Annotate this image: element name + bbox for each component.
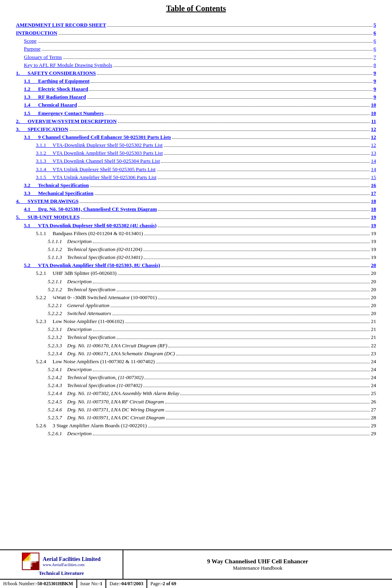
- toc-page[interactable]: 11: [371, 117, 376, 125]
- toc-item[interactable]: 5.2.5.7 Drg. Nō. 11-003971, LNA DC Circu…: [16, 414, 376, 422]
- toc-item[interactable]: 1.5 Emergency Contact Numbers10: [16, 109, 376, 117]
- toc-label[interactable]: 1.2 Electric Shock Hazard: [24, 85, 88, 93]
- toc-page[interactable]: 15: [371, 173, 376, 181]
- toc-page[interactable]: 28: [371, 414, 376, 422]
- toc-item[interactable]: 3.1.3 VTA Downlink Channel Shelf 50-0253…: [16, 157, 376, 165]
- toc-label[interactable]: 1.1 Earthing of Equipment: [24, 77, 90, 85]
- toc-label[interactable]: 3.1.3 VTA Downlink Channel Shelf 50-0253…: [36, 157, 160, 165]
- toc-item[interactable]: 4.1 Drg. Nō. 50-025381, Channelised CE S…: [16, 205, 376, 213]
- toc-label[interactable]: 3.3 Mechanical Specification: [24, 189, 94, 197]
- toc-item[interactable]: 5.2.4.3 Technical Specification (11-0074…: [16, 382, 376, 389]
- toc-page[interactable]: 26: [371, 398, 376, 406]
- toc-label[interactable]: 5.2.4.6 Drg. Nō. 11-007371, LNA DC Wirin…: [48, 406, 164, 414]
- toc-page[interactable]: 9: [374, 69, 376, 77]
- toc-item[interactable]: 1.4 Chemical Hazard10: [16, 101, 376, 109]
- toc-page[interactable]: 10: [371, 101, 376, 109]
- toc-label[interactable]: 4. SYSTEM DRAWINGS: [16, 197, 78, 205]
- toc-label[interactable]: 5.1.1.2 Technical Specification (02-0112…: [48, 245, 142, 253]
- toc-item[interactable]: 5.2.4.2 Technical Specification, (11-007…: [16, 374, 376, 382]
- toc-label[interactable]: 5.1 VTA Downlink Duplexer Shelf 60-02530…: [24, 222, 156, 230]
- toc-item[interactable]: 5.1.1.2 Technical Specification (02-0112…: [16, 245, 376, 253]
- toc-label[interactable]: Key to AFL RF Module Drawing Symbols: [24, 61, 112, 69]
- toc-page[interactable]: 13: [371, 149, 376, 157]
- toc-label[interactable]: 5.2.1 UHF 3dB Splitter (05-002603): [36, 269, 117, 277]
- toc-page[interactable]: 10: [371, 109, 376, 117]
- toc-page[interactable]: 24: [371, 358, 376, 366]
- toc-page[interactable]: 12: [371, 141, 376, 149]
- toc-item[interactable]: 5.1.1.1 Description19: [16, 238, 376, 245]
- toc-item[interactable]: 5.2.3 Low Noise Amplifier (11-006102)21: [16, 317, 376, 325]
- toc-item[interactable]: 5.2.2 ¼Watt 0- -30dB Switched Attenuator…: [16, 294, 376, 302]
- toc-label[interactable]: 4.1 Drg. Nō. 50-025381, Channelised CE S…: [24, 205, 157, 213]
- toc-page[interactable]: 24: [371, 382, 376, 389]
- toc-label[interactable]: 5.1.1 Bandpass Filters (02-011204 & 02-0…: [36, 230, 143, 238]
- toc-page[interactable]: 17: [371, 189, 376, 197]
- toc-label[interactable]: AMENDMENT LIST RECORD SHEET: [16, 21, 106, 29]
- toc-label[interactable]: 3.1.1 VTA-Downlink Duplexer Shelf 50-025…: [36, 141, 163, 149]
- toc-page[interactable]: 23: [371, 350, 376, 358]
- toc-label[interactable]: 5.2.4.5 Drg. Nō. 11-007370, LNA RF Circu…: [48, 398, 164, 406]
- toc-label[interactable]: 1.3 RF Radiation Hazard: [24, 93, 86, 101]
- toc-item[interactable]: 5.2.1.2 Technical Specification20: [16, 286, 376, 294]
- toc-page[interactable]: 6: [374, 29, 376, 37]
- toc-item[interactable]: 5.2.6 3 Stage Amplifier Alarm Boards (12…: [16, 422, 376, 430]
- toc-item[interactable]: 5.2.3.3 Drg. Nō. 11-006170, LNA Circuit …: [16, 342, 376, 350]
- toc-item[interactable]: 5.2.4.4 Drg. Nō. 11-007302, LNA Assembly…: [16, 389, 376, 397]
- toc-page[interactable]: 24: [371, 374, 376, 382]
- toc-item[interactable]: 3.1.5 VTA Uplink Amplifier Shelf 50-0253…: [16, 173, 376, 181]
- toc-label[interactable]: 5.2 VTA Downlink Amplifier Shelf (50-025…: [24, 261, 160, 269]
- toc-label[interactable]: 1.5 Emergency Contact Numbers: [24, 109, 103, 117]
- toc-page[interactable]: 6: [374, 37, 376, 45]
- toc-page[interactable]: 7: [374, 53, 376, 61]
- toc-label[interactable]: 5.2.3.2 Technical Specification: [48, 333, 115, 341]
- toc-label[interactable]: 1. SAFETY CONSIDERATIONS: [16, 69, 96, 77]
- toc-label[interactable]: 5.1.1.3 Technical Specification (02-0134…: [48, 253, 142, 261]
- toc-page[interactable]: 16: [371, 181, 376, 189]
- toc-item[interactable]: 1.3 RF Radiation Hazard9: [16, 93, 376, 101]
- toc-page[interactable]: 20: [371, 286, 376, 294]
- toc-page[interactable]: 19: [371, 213, 376, 221]
- toc-label[interactable]: 5.2.3.4 Drg. Nō. 11-006171, LNA Schemati…: [48, 350, 175, 358]
- toc-label[interactable]: 5.2.4.2 Technical Specification, (11-007…: [48, 374, 143, 382]
- toc-page[interactable]: 5: [374, 21, 376, 29]
- toc-item[interactable]: 2. OVERVIEW/SYSTEM DESCRIPTION11: [16, 117, 376, 125]
- toc-item[interactable]: 4. SYSTEM DRAWINGS18: [16, 197, 376, 205]
- toc-item[interactable]: 3.3 Mechanical Specification17: [16, 189, 376, 197]
- toc-page[interactable]: 18: [371, 205, 376, 213]
- toc-page[interactable]: 9: [374, 77, 376, 85]
- toc-label[interactable]: 5.2.2.1 General Application: [48, 302, 109, 310]
- toc-label[interactable]: 5.2.6 3 Stage Amplifier Alarm Boards (12…: [36, 422, 147, 430]
- toc-label[interactable]: 3. SPECIFICATION: [16, 125, 68, 133]
- toc-page[interactable]: 19: [371, 238, 376, 245]
- toc-page[interactable]: 19: [371, 245, 376, 253]
- toc-item[interactable]: 3.1 9 Channel Channelised Cell Enhancer …: [16, 133, 376, 141]
- toc-item[interactable]: 1.2 Electric Shock Hazard9: [16, 85, 376, 93]
- toc-page[interactable]: 20: [371, 302, 376, 310]
- toc-page[interactable]: 18: [371, 197, 376, 205]
- toc-page[interactable]: 9: [374, 93, 376, 101]
- toc-page[interactable]: 29: [371, 430, 376, 438]
- toc-item[interactable]: 5.1.1.3 Technical Specification (02-0134…: [16, 253, 376, 261]
- toc-item[interactable]: 1.1 Earthing of Equipment9: [16, 77, 376, 85]
- toc-page[interactable]: 9: [374, 85, 376, 93]
- toc-label[interactable]: 5.2.3 Low Noise Amplifier (11-006102): [36, 317, 124, 325]
- toc-page[interactable]: 12: [371, 125, 376, 133]
- toc-item[interactable]: AMENDMENT LIST RECORD SHEET5: [16, 21, 376, 29]
- toc-label[interactable]: 5.2.1.1 Description: [48, 278, 92, 286]
- toc-item[interactable]: 5.2.4.6 Drg. Nō. 11-007371, LNA DC Wirin…: [16, 406, 376, 414]
- toc-label[interactable]: 5.1.1.1 Description: [48, 238, 92, 245]
- toc-label[interactable]: 5.2.2.2 Switched Attenuators: [48, 310, 111, 317]
- toc-item[interactable]: 5.2.3.4 Drg. Nō. 11-006171, LNA Schemati…: [16, 350, 376, 358]
- toc-item[interactable]: 5.2.1.1 Description20: [16, 278, 376, 286]
- toc-label[interactable]: 2. OVERVIEW/SYSTEM DESCRIPTION: [16, 117, 117, 125]
- toc-label[interactable]: 5.2.5.7 Drg. Nō. 11-003971, LNA DC Circu…: [48, 414, 165, 422]
- toc-item[interactable]: 5.2.2.1 General Application20: [16, 302, 376, 310]
- toc-page[interactable]: 14: [371, 165, 376, 173]
- toc-page[interactable]: 19: [371, 230, 376, 238]
- toc-label[interactable]: 5.2.1.2 Technical Specification: [48, 286, 115, 294]
- toc-page[interactable]: 20: [371, 310, 376, 317]
- toc-page[interactable]: 19: [371, 222, 376, 230]
- toc-page[interactable]: 22: [371, 342, 376, 350]
- toc-label[interactable]: 5.2.3.1 Description: [48, 325, 92, 333]
- toc-page[interactable]: 19: [371, 253, 376, 261]
